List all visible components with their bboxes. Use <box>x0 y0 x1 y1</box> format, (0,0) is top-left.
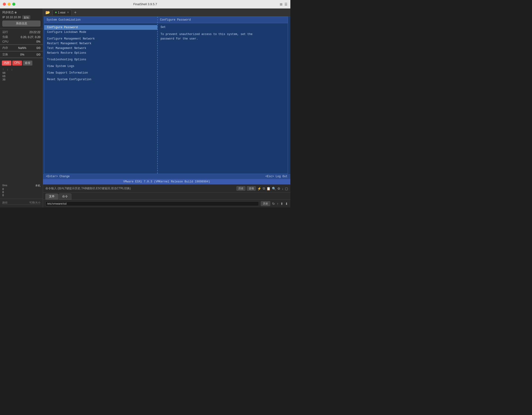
runtime-value: 23:22:22 <box>29 30 40 34</box>
cpu-progress-bar <box>0 44 43 45</box>
tab-cmd-bottom[interactable]: 命令 <box>59 193 71 199</box>
net-val-row-2: 0 <box>2 191 40 193</box>
cpu-row: CPU 0% <box>0 39 43 44</box>
ip-address: IP 10.10.10.30 <box>2 16 21 19</box>
swap-label: 交换 <box>2 53 8 57</box>
refresh-icon[interactable]: ↻ <box>272 202 275 206</box>
copy-icon[interactable]: ⧉ <box>263 186 265 191</box>
cmd-input-field[interactable] <box>133 187 235 190</box>
chart-row-9b: 9B <box>2 71 40 74</box>
tab-esxi[interactable]: 1 esxi ✕ <box>52 10 72 15</box>
tab-cpu[interactable]: CPU <box>12 61 22 66</box>
net-val-row-1: 0 <box>2 188 40 191</box>
load-row: 负载 0.20, 0.27, 0.20 <box>0 35 43 39</box>
menu-item-troubleshoot[interactable]: Troubleshooting Options <box>44 57 157 62</box>
esxi-right-content: Set To prevent unauthorized access to th… <box>158 23 288 44</box>
main-area: 📂 1 esxi ✕ + System Customization <box>43 9 290 208</box>
menu-item-test-network[interactable]: Test Management Network <box>44 46 157 51</box>
minimize-button[interactable] <box>8 3 11 6</box>
esxi-esc-logout: <Esc> Log Out <box>265 175 287 178</box>
esxi-enter-change: <Enter> Change <box>46 175 70 178</box>
chart-arrows: ↑ ↓ ↓ <box>2 68 40 71</box>
net-val-3: 0 <box>2 194 4 197</box>
close-button[interactable] <box>3 3 6 6</box>
menu-item-support-info[interactable]: View Support Information <box>44 70 157 75</box>
cmd-input-bar: 命令输入 (按ALT键提示历史,TAB键路径,ESC键返回,双击CTRL切换) … <box>43 184 290 192</box>
window-icon[interactable]: ▢ <box>285 187 288 191</box>
terminal-wrapper: System Customization Configure Password … <box>43 17 290 208</box>
esxi-content: System Customization Configure Password … <box>44 17 288 174</box>
menu-item-reset-config[interactable]: Reset System Configuration <box>44 77 157 82</box>
tab-label: 1 esxi <box>58 11 65 14</box>
net-val-3b: 3B <box>2 78 5 81</box>
mem-progress-bar <box>0 51 43 52</box>
esxi-inner: System Customization Configure Password … <box>43 17 290 174</box>
title-bar: FinalShell 3.9.5.7 ⊞ ☰ <box>0 0 290 9</box>
download2-icon[interactable]: ⬇ <box>285 202 288 206</box>
file-path-bar: 历史 ↻ ↑ ⬆ ⬇ <box>43 199 290 208</box>
window-controls <box>3 3 15 6</box>
esxi-menu-header: System Customization <box>44 17 157 23</box>
menu-item-mgmt-network[interactable]: Configure Management Network <box>44 37 157 41</box>
runtime-label: 运行 <box>2 30 8 34</box>
menu-icon[interactable]: ☰ <box>285 2 287 6</box>
download-icon[interactable]: ↓ <box>282 187 284 191</box>
add-tab-button[interactable]: + <box>73 10 78 15</box>
lightning-icon[interactable]: ⚡ <box>257 187 261 191</box>
menu-item-network-restore[interactable]: Network Restore Options <box>44 51 157 55</box>
esxi-menu: System Customization Configure Password … <box>44 17 158 174</box>
sysinfo-button[interactable]: 系统信息 <box>2 20 40 27</box>
sidebar: 同步状态 IP 10.10.10.30 复制 系统信息 运行 23:22:22 … <box>0 9 43 208</box>
mem-row: 内存 NaN% 0/0 <box>0 45 43 50</box>
menu-item-view-logs[interactable]: View System Logs <box>44 64 157 69</box>
net-val-2: 0 <box>2 191 4 193</box>
search-icon[interactable]: 🔍 <box>272 187 276 191</box>
tab-close-icon[interactable]: ✕ <box>67 11 69 14</box>
esxi-right: Configure Password Set To prevent unauth… <box>158 17 288 174</box>
load-label: 负载 <box>2 35 8 39</box>
tab-mem[interactable]: 内存 <box>2 61 11 66</box>
menu-item-restart-network[interactable]: Restart Management Network <box>44 41 157 46</box>
grid-icon[interactable]: ⊞ <box>280 2 283 6</box>
net-val-9b: 9B <box>2 71 5 74</box>
cmd-bar-icons: 历史 选项 ⚡ ⧉ 📋 🔍 ⚙ ↓ ▢ <box>237 186 288 191</box>
cmd-input-label: 命令输入 (按ALT键提示历史,TAB键路径,ESC键返回,双击CTRL切换) <box>45 186 131 191</box>
disk-path-header: 路径 <box>2 201 8 204</box>
swap-progress-bar <box>0 58 43 58</box>
clipboard-icon[interactable]: 📋 <box>266 187 270 191</box>
arrow-up-icon: ↑ <box>2 68 4 71</box>
metrics-tabs: 内存 CPU 命令 <box>0 60 43 67</box>
esxi-desc-line1: To prevent unauthorized access to this s… <box>161 33 253 36</box>
swap-value: 0% <box>20 53 24 56</box>
tab-status-dot <box>55 12 57 13</box>
settings-icon[interactable]: ⚙ <box>277 187 280 191</box>
up-icon[interactable]: ↑ <box>277 202 278 206</box>
sync-label: 同步状态 <box>2 10 14 14</box>
copy-button[interactable]: 复制 <box>22 15 30 19</box>
divider-2 <box>0 199 43 199</box>
tab-file[interactable]: 文件 <box>45 193 58 199</box>
history-button[interactable]: 历史 <box>237 186 246 191</box>
maximize-button[interactable] <box>12 3 15 6</box>
esxi-terminal[interactable]: System Customization Configure Password … <box>43 17 290 184</box>
swap-row: 交换 0% 0/0 <box>0 52 43 57</box>
menu-item-configure-password[interactable]: Configure Password <box>44 25 157 30</box>
arrow-small-icon: ↓ <box>11 68 13 71</box>
latency-label: 0ms <box>2 184 7 187</box>
app-title: FinalShell 3.9.5.7 <box>133 2 157 6</box>
latency-row: 0ms 本机 <box>2 184 40 187</box>
status-dot <box>15 12 17 13</box>
esxi-scrollbar[interactable] <box>288 17 290 174</box>
net-val-1: 0 <box>2 188 4 191</box>
menu-item-lockdown[interactable]: Configure Lockdown Mode <box>44 30 157 35</box>
upload-icon[interactable]: ⬆ <box>280 202 283 206</box>
esxi-right-header: Configure Password <box>158 17 288 23</box>
file-path-input[interactable] <box>45 201 259 206</box>
load-value: 0.20, 0.27, 0.20 <box>21 36 40 39</box>
net-val-6b: 6B <box>2 75 5 77</box>
options-button[interactable]: 选项 <box>247 186 256 191</box>
file-history-button[interactable]: 历史 <box>261 201 270 206</box>
tab-cmd[interactable]: 命令 <box>23 61 32 66</box>
disk-avail-header: 可用/大小 <box>29 201 40 204</box>
folder-icon[interactable]: 📂 <box>44 10 52 15</box>
